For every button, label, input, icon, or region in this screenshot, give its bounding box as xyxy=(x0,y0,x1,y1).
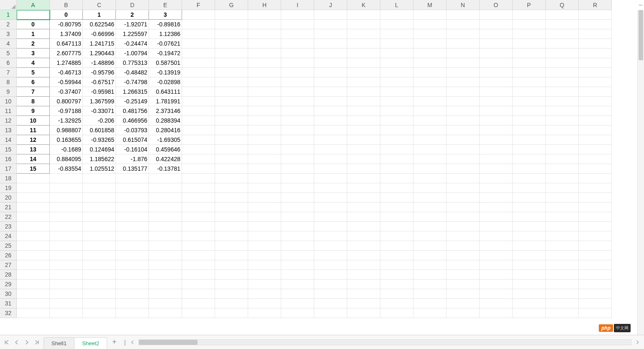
cell-E11[interactable]: 2.373146 xyxy=(149,106,182,116)
cell-F22[interactable] xyxy=(182,212,215,222)
cell-A31[interactable] xyxy=(17,299,50,308)
cell-N3[interactable] xyxy=(446,29,480,39)
cell-M23[interactable] xyxy=(413,222,446,231)
cell-A12[interactable]: 10 xyxy=(17,116,50,126)
cell-I31[interactable] xyxy=(281,299,314,308)
cell-I8[interactable] xyxy=(281,77,314,87)
cell-E29[interactable] xyxy=(149,280,182,289)
cell-H11[interactable] xyxy=(248,106,281,116)
cell-H15[interactable] xyxy=(248,145,281,154)
cell-O16[interactable] xyxy=(480,154,513,164)
cell-Q20[interactable] xyxy=(546,193,579,203)
cell-M20[interactable] xyxy=(413,193,446,203)
cell-M8[interactable] xyxy=(413,77,446,87)
cell-Q30[interactable] xyxy=(546,289,579,299)
cell-A27[interactable] xyxy=(17,260,50,270)
cell-I25[interactable] xyxy=(281,241,314,251)
cell-O17[interactable] xyxy=(480,164,513,174)
cell-O3[interactable] xyxy=(480,29,513,39)
cell-N18[interactable] xyxy=(446,174,480,183)
cell-I17[interactable] xyxy=(281,164,314,174)
cell-R29[interactable] xyxy=(579,280,612,289)
row-header-25[interactable]: 25 xyxy=(0,241,17,251)
cell-A13[interactable]: 11 xyxy=(17,126,50,135)
cell-E14[interactable]: -1.69305 xyxy=(149,135,182,145)
cell-H14[interactable] xyxy=(248,135,281,145)
cell-J12[interactable] xyxy=(314,116,347,126)
cell-K14[interactable] xyxy=(347,135,380,145)
cell-N28[interactable] xyxy=(446,270,480,280)
cell-H26[interactable] xyxy=(248,251,281,260)
cell-F2[interactable] xyxy=(182,20,215,29)
cell-C13[interactable]: 0.601858 xyxy=(83,126,116,135)
cell-O13[interactable] xyxy=(480,126,513,135)
cell-I23[interactable] xyxy=(281,222,314,231)
cell-N17[interactable] xyxy=(446,164,480,174)
cell-D8[interactable]: -0.74798 xyxy=(116,77,149,87)
cell-F15[interactable] xyxy=(182,145,215,154)
cell-G6[interactable] xyxy=(215,58,248,68)
cell-K11[interactable] xyxy=(347,106,380,116)
cell-J31[interactable] xyxy=(314,299,347,308)
cell-O18[interactable] xyxy=(480,174,513,183)
cell-L14[interactable] xyxy=(380,135,413,145)
cell-Q5[interactable] xyxy=(546,49,579,58)
cell-I22[interactable] xyxy=(281,212,314,222)
cell-F29[interactable] xyxy=(182,280,215,289)
cell-N27[interactable] xyxy=(446,260,480,270)
cell-Q14[interactable] xyxy=(546,135,579,145)
cell-J24[interactable] xyxy=(314,231,347,241)
cell-Q27[interactable] xyxy=(546,260,579,270)
cell-P5[interactable] xyxy=(513,49,546,58)
cell-I14[interactable] xyxy=(281,135,314,145)
cell-L6[interactable] xyxy=(380,58,413,68)
cell-I32[interactable] xyxy=(281,308,314,318)
cell-D1[interactable]: 2 xyxy=(116,10,149,20)
cell-Q2[interactable] xyxy=(546,20,579,29)
cell-D26[interactable] xyxy=(116,251,149,260)
cell-E2[interactable]: -0.89816 xyxy=(149,20,182,29)
cell-F17[interactable] xyxy=(182,164,215,174)
cell-M9[interactable] xyxy=(413,87,446,97)
cell-C2[interactable]: 0.622546 xyxy=(83,20,116,29)
cell-B27[interactable] xyxy=(50,260,83,270)
cell-K9[interactable] xyxy=(347,87,380,97)
row-header-2[interactable]: 2 xyxy=(0,20,17,29)
cell-K8[interactable] xyxy=(347,77,380,87)
cell-L15[interactable] xyxy=(380,145,413,154)
cell-I11[interactable] xyxy=(281,106,314,116)
cell-A2[interactable]: 0 xyxy=(17,20,50,29)
cell-N26[interactable] xyxy=(446,251,480,260)
cell-F11[interactable] xyxy=(182,106,215,116)
cell-M14[interactable] xyxy=(413,135,446,145)
cell-C14[interactable]: -0.93265 xyxy=(83,135,116,145)
cell-N5[interactable] xyxy=(446,49,480,58)
cell-Q13[interactable] xyxy=(546,126,579,135)
cell-K20[interactable] xyxy=(347,193,380,203)
cell-O15[interactable] xyxy=(480,145,513,154)
cell-J6[interactable] xyxy=(314,58,347,68)
cell-F31[interactable] xyxy=(182,299,215,308)
row-header-29[interactable]: 29 xyxy=(0,280,17,289)
cell-B25[interactable] xyxy=(50,241,83,251)
cell-A25[interactable] xyxy=(17,241,50,251)
cell-O25[interactable] xyxy=(480,241,513,251)
row-header-19[interactable]: 19 xyxy=(0,183,17,193)
cell-F12[interactable] xyxy=(182,116,215,126)
cell-K22[interactable] xyxy=(347,212,380,222)
cell-H30[interactable] xyxy=(248,289,281,299)
cell-E9[interactable]: 0.643111 xyxy=(149,87,182,97)
cell-A4[interactable]: 2 xyxy=(17,39,50,49)
cell-H18[interactable] xyxy=(248,174,281,183)
cell-J18[interactable] xyxy=(314,174,347,183)
cell-F5[interactable] xyxy=(182,49,215,58)
cell-H3[interactable] xyxy=(248,29,281,39)
cell-F16[interactable] xyxy=(182,154,215,164)
cell-G21[interactable] xyxy=(215,203,248,212)
cell-D16[interactable]: -1.876 xyxy=(116,154,149,164)
cell-N31[interactable] xyxy=(446,299,480,308)
cell-D23[interactable] xyxy=(116,222,149,231)
cell-D31[interactable] xyxy=(116,299,149,308)
cell-O32[interactable] xyxy=(480,308,513,318)
cell-J32[interactable] xyxy=(314,308,347,318)
